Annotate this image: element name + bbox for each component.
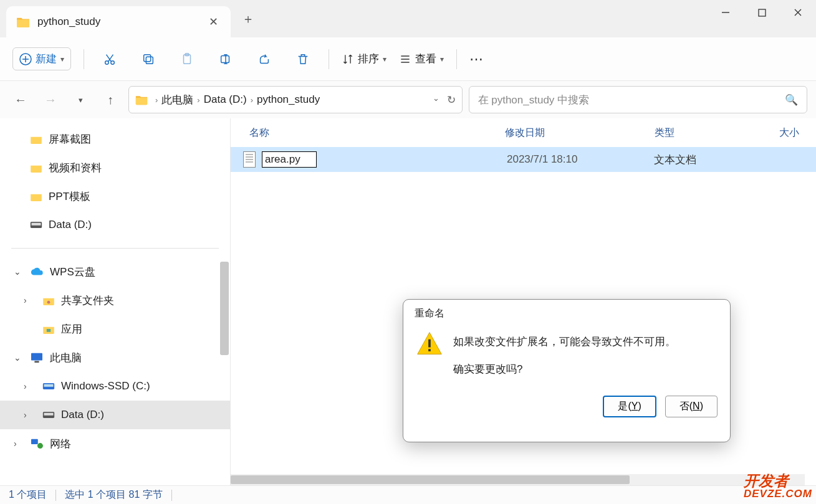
expand-icon[interactable]: ›: [14, 439, 17, 449]
svg-rect-5: [144, 54, 151, 61]
tree-wps-shared[interactable]: ›共享文件夹: [0, 286, 230, 315]
svg-rect-18: [44, 413, 54, 416]
dialog-yes-button[interactable]: 是(Y): [603, 396, 656, 417]
minimize-button[interactable]: [708, 0, 744, 25]
svg-point-3: [111, 60, 115, 64]
pc-icon: [30, 352, 44, 363]
tree-drive-c[interactable]: ›Windows-SSD (C:): [0, 372, 230, 401]
more-button[interactable]: ⋯: [469, 51, 484, 67]
rename-dialog: 重命名 如果改变文件扩展名，可能会导致文件不可用。 确实要更改吗? 是(Y) 否…: [403, 299, 731, 442]
chevron-right-icon[interactable]: ›: [251, 95, 253, 105]
svg-rect-21: [428, 340, 431, 348]
tree-network[interactable]: ›网络: [0, 429, 230, 458]
rename-button[interactable]: [213, 46, 239, 72]
svg-rect-4: [146, 57, 153, 64]
warning-icon: [416, 330, 443, 358]
new-tab-button[interactable]: ＋: [236, 6, 261, 31]
status-item-count: 1 个项目: [9, 488, 47, 502]
copy-button[interactable]: [135, 46, 161, 72]
tree-separator: [11, 248, 219, 249]
column-size[interactable]: 大小: [779, 126, 799, 140]
sort-icon: [342, 53, 354, 65]
file-row[interactable]: area.py 2023/7/1 18:10 文本文档: [231, 147, 816, 172]
breadcrumb-drive[interactable]: Data (D:): [204, 93, 247, 106]
new-button[interactable]: 新建 ▾: [12, 47, 71, 70]
recent-chevron[interactable]: ▾: [69, 88, 92, 112]
sidebar-scrollbar[interactable]: [220, 262, 229, 355]
new-label: 新建: [36, 52, 57, 66]
delete-button[interactable]: [290, 46, 316, 72]
svg-rect-13: [31, 353, 42, 361]
column-modified[interactable]: 修改日期: [505, 126, 655, 140]
chevron-down-icon: ▾: [383, 55, 386, 64]
svg-rect-0: [759, 9, 766, 16]
up-button[interactable]: ↑: [98, 88, 122, 112]
view-label: 查看: [415, 52, 436, 66]
expand-icon[interactable]: ›: [24, 410, 27, 420]
folder-icon: [135, 94, 148, 105]
tree-this-pc[interactable]: ⌄此电脑: [0, 343, 230, 372]
expand-icon[interactable]: ›: [24, 381, 27, 391]
paste-button[interactable]: [174, 46, 200, 72]
column-type[interactable]: 类型: [655, 126, 779, 140]
toolbar: 新建 ▾ 排序 ▾ 查看 ▾ ⋯: [0, 37, 816, 81]
horizontal-scrollbar[interactable]: [231, 474, 805, 485]
sort-indicator-icon: ˄: [611, 118, 615, 124]
collapse-icon[interactable]: ⌄: [14, 353, 21, 363]
column-headers: ˄ 名称 修改日期 类型 大小: [231, 118, 816, 147]
close-window-button[interactable]: [780, 0, 816, 25]
dialog-no-button[interactable]: 否(N): [665, 396, 718, 417]
tree-wps-apps[interactable]: 应用: [0, 315, 230, 343]
rename-input[interactable]: area.py: [262, 151, 317, 168]
chevron-down-icon: ▾: [440, 55, 444, 64]
sort-button[interactable]: 排序 ▾: [342, 52, 386, 66]
file-modified: 2023/7/1 18:10: [504, 153, 654, 166]
quick-item-screenshots[interactable]: 屏幕截图: [0, 125, 230, 153]
search-icon[interactable]: 🔍: [785, 93, 798, 107]
window-controls: [708, 0, 816, 25]
text-file-icon: [243, 151, 256, 168]
tab-close-button[interactable]: ✕: [206, 12, 221, 31]
drive-icon: [42, 383, 55, 390]
breadcrumb-folder[interactable]: python_study: [257, 93, 320, 106]
breadcrumb-root[interactable]: 此电脑: [161, 93, 193, 107]
cut-button[interactable]: [97, 46, 123, 72]
toolbar-separator: [329, 49, 329, 69]
forward-button[interactable]: →: [39, 88, 62, 112]
quick-item-videos[interactable]: 视频和资料: [0, 153, 230, 182]
tab-current[interactable]: python_study ✕: [6, 6, 231, 37]
status-bar: 1 个项目 选中 1 个项目 81 字节: [0, 485, 816, 504]
column-name[interactable]: 名称: [249, 126, 505, 140]
status-separator: [171, 490, 172, 501]
back-button[interactable]: ←: [9, 88, 32, 112]
chevron-right-icon[interactable]: ›: [155, 95, 158, 105]
dialog-title: 重命名: [403, 300, 730, 324]
svg-rect-12: [47, 329, 50, 332]
status-selection: 选中 1 个项目 81 字节: [65, 488, 162, 502]
quick-item-data-d[interactable]: Data (D:): [0, 211, 230, 239]
tree-drive-d[interactable]: ›Data (D:): [0, 401, 230, 429]
collapse-icon[interactable]: ⌄: [14, 267, 21, 277]
folder-icon: [16, 16, 30, 27]
status-separator: [55, 490, 56, 501]
dialog-line2: 确实要更改吗?: [453, 361, 676, 378]
toolbar-separator: [456, 49, 457, 69]
svg-point-2: [105, 60, 109, 64]
share-button[interactable]: [251, 46, 277, 72]
maximize-button[interactable]: [744, 0, 780, 25]
tree-wps-cloud[interactable]: ⌄WPS云盘: [0, 257, 230, 286]
title-bar: python_study ✕ ＋: [0, 0, 816, 37]
refresh-button[interactable]: ↻: [447, 93, 456, 107]
expand-icon[interactable]: ›: [24, 295, 27, 305]
svg-rect-16: [44, 384, 54, 387]
quick-item-ppt[interactable]: PPT模板: [0, 182, 230, 211]
address-bar[interactable]: › 此电脑 › Data (D:) › python_study ⌄ ↻: [128, 86, 463, 113]
chevron-right-icon[interactable]: ›: [197, 95, 199, 105]
search-input[interactable]: 在 python_study 中搜索 🔍: [469, 86, 808, 113]
view-icon: [399, 53, 411, 65]
view-button[interactable]: 查看 ▾: [399, 52, 444, 66]
plus-circle-icon: [19, 53, 32, 65]
scrollbar-thumb[interactable]: [231, 475, 630, 484]
address-dropdown-icon[interactable]: ⌄: [433, 93, 439, 107]
dialog-line1: 如果改变文件扩展名，可能会导致文件不可用。: [453, 334, 676, 350]
